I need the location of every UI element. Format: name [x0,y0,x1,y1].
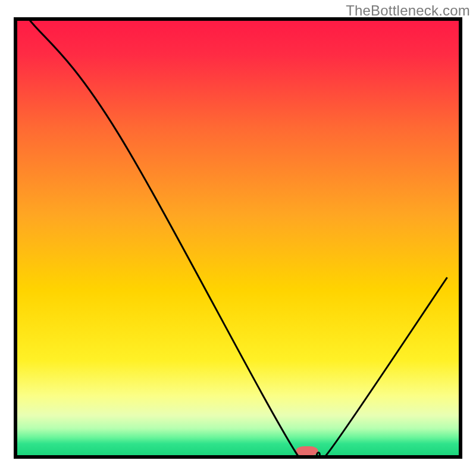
bottleneck-chart [0,0,476,476]
chart-stage: TheBottleneck.com [0,0,476,476]
optimum-marker [296,446,318,456]
gradient-background [15,19,461,457]
